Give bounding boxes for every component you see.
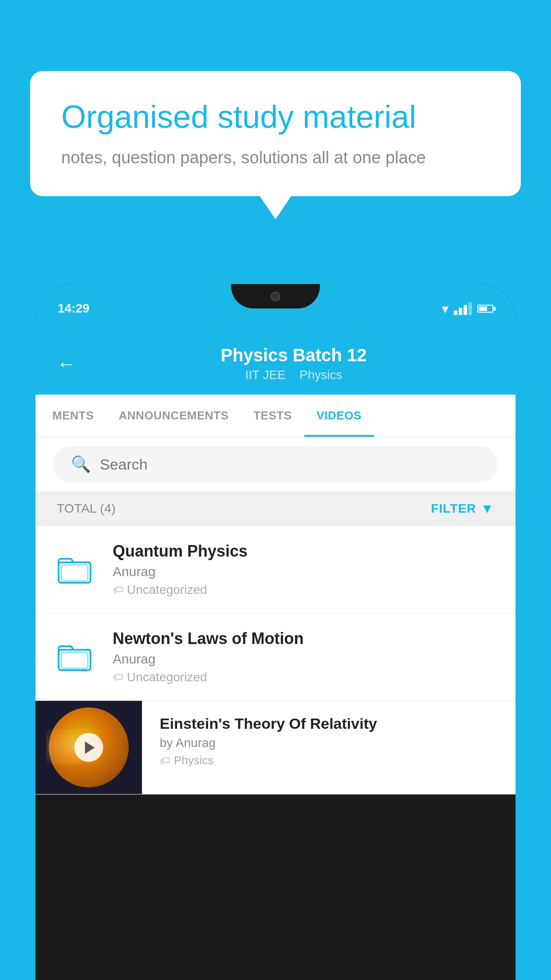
item-tag: 🏷 Physics	[160, 754, 498, 767]
wifi-icon: ▾	[442, 301, 449, 316]
list-item-thumb[interactable]: Einstein's Theory Of Relativity by Anura…	[35, 701, 516, 794]
video-thumbnail	[35, 701, 142, 794]
filter-label: FILTER	[431, 502, 476, 516]
phone-frame: 14:29 ▾ ← Physics Batch 12 IIT JEE Physi…	[35, 284, 516, 980]
tab-tests[interactable]: TESTS	[241, 395, 304, 437]
search-wrapper: 🔍	[53, 446, 498, 482]
header-subtitle-physics: Physics	[299, 368, 342, 382]
status-bar: 14:29 ▾	[35, 284, 516, 333]
search-bar: 🔍	[35, 437, 516, 491]
item-author: by Anurag	[160, 736, 498, 750]
speech-bubble-headline: Organised study material	[61, 98, 490, 136]
item-author: Anurag	[113, 652, 494, 667]
tab-announcements[interactable]: ANNOUNCEMENTS	[106, 395, 241, 437]
list-item-text: Quantum Physics Anurag 🏷 Uncategorized	[113, 542, 494, 597]
item-title: Einstein's Theory Of Relativity	[160, 715, 498, 732]
header-subtitle: IIT JEE Physics	[93, 368, 494, 382]
item-tag: 🏷 Uncategorized	[113, 670, 494, 684]
item-author: Anurag	[113, 564, 494, 579]
tab-videos[interactable]: VIDEOS	[304, 395, 374, 437]
svg-rect-1	[61, 565, 88, 581]
folder-icon-wrapper	[57, 638, 97, 676]
signal-icon	[454, 302, 472, 315]
total-filter-bar: TOTAL (4) FILTER ▼	[35, 491, 516, 526]
header-subtitle-iitjee: IIT JEE	[245, 368, 286, 382]
tag-icon: 🏷	[113, 671, 123, 684]
content-list: Quantum Physics Anurag 🏷 Uncategorized N…	[35, 526, 516, 794]
item-title: Newton's Laws of Motion	[113, 629, 494, 648]
speech-bubble-subtext: notes, question papers, solutions all at…	[61, 148, 490, 167]
search-input[interactable]	[100, 456, 480, 473]
item-tag: 🏷 Uncategorized	[113, 583, 494, 597]
folder-icon	[57, 638, 92, 674]
list-item[interactable]: Newton's Laws of Motion Anurag 🏷 Uncateg…	[35, 613, 516, 701]
speech-bubble: Organised study material notes, question…	[30, 71, 521, 196]
tab-ments[interactable]: MENTS	[40, 395, 106, 437]
svg-rect-3	[61, 652, 88, 668]
header-title-block: Physics Batch 12 IIT JEE Physics	[93, 345, 494, 382]
search-icon: 🔍	[71, 455, 91, 474]
folder-icon	[57, 551, 92, 586]
app-header: ← Physics Batch 12 IIT JEE Physics	[35, 333, 516, 395]
speech-bubble-wrapper: Organised study material notes, question…	[30, 71, 521, 196]
status-icons: ▾	[442, 301, 493, 316]
tag-icon: 🏷	[160, 755, 170, 767]
list-item-text: Newton's Laws of Motion Anurag 🏷 Uncateg…	[113, 629, 494, 684]
phone-notch	[231, 284, 320, 308]
filter-button[interactable]: FILTER ▼	[431, 501, 494, 516]
item-title: Quantum Physics	[113, 542, 494, 561]
list-item[interactable]: Quantum Physics Anurag 🏷 Uncategorized	[35, 526, 516, 613]
battery-icon	[477, 304, 493, 312]
status-time: 14:29	[58, 301, 90, 316]
tabs-bar: MENTS ANNOUNCEMENTS TESTS VIDEOS	[35, 395, 516, 437]
back-button[interactable]: ←	[57, 355, 75, 373]
tag-icon: 🏷	[113, 584, 123, 596]
play-button[interactable]	[75, 733, 103, 762]
header-title: Physics Batch 12	[93, 345, 494, 365]
camera-notch	[271, 292, 280, 301]
total-label: TOTAL (4)	[57, 502, 116, 516]
list-item-text: Einstein's Theory Of Relativity by Anura…	[142, 701, 516, 782]
filter-icon: ▼	[480, 501, 494, 516]
folder-icon-wrapper	[57, 551, 97, 588]
